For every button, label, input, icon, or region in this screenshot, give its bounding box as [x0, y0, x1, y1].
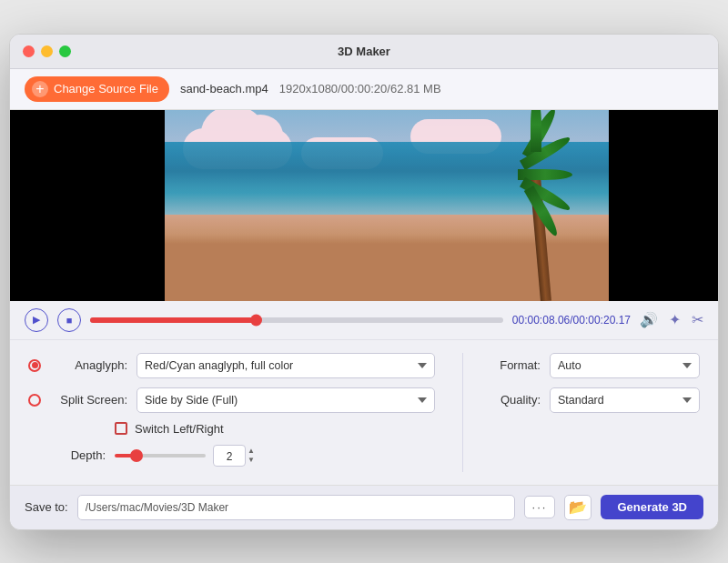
depth-row: Depth: 2 ▲ ▼ — [28, 445, 435, 467]
palm-leaves — [509, 142, 581, 196]
split-screen-row: Split Screen: Side by Side (Full) Side b… — [28, 387, 435, 413]
progress-bar[interactable] — [90, 317, 503, 323]
app-window: 3D Maker + Change Source File sand-beach… — [9, 34, 719, 530]
quality-select[interactable]: Standard High Low — [550, 387, 700, 413]
folder-button[interactable]: 📂 — [564, 495, 592, 520]
save-path-input[interactable] — [77, 495, 515, 520]
window-title: 3D Maker — [338, 45, 390, 58]
depth-label: Depth: — [28, 448, 106, 462]
leaf-6 — [531, 110, 541, 152]
video-black-left — [10, 110, 165, 301]
sparkle-icon[interactable]: ✦ — [669, 311, 681, 328]
anaglyph-select[interactable]: Red/Cyan anaglyph, full color Red/Cyan a… — [136, 353, 435, 378]
save-bar: Save to: ··· 📂 Generate 3D — [10, 485, 718, 529]
anaglyph-label: Anaglyph: — [50, 358, 127, 372]
video-preview — [10, 110, 718, 301]
progress-fill — [90, 317, 256, 323]
quality-row: Quality: Standard High Low — [490, 387, 700, 413]
source-filename: sand-beach.mp4 — [180, 82, 268, 96]
time-display: 00:00:08.06/00:00:20.17 — [512, 314, 631, 327]
save-label: Save to: — [25, 500, 68, 514]
settings-panel: Anaglyph: Red/Cyan anaglyph, full color … — [10, 340, 718, 485]
split-screen-radio[interactable] — [28, 394, 41, 407]
split-screen-select[interactable]: Side by Side (Full) Side by Side (Half) … — [136, 387, 435, 413]
stop-icon: ■ — [66, 315, 73, 326]
radio-dot-inner — [32, 362, 38, 368]
stop-button[interactable]: ■ — [57, 308, 81, 332]
depth-value-box: 2 ▲ ▼ — [213, 445, 255, 467]
close-button[interactable] — [23, 45, 35, 57]
settings-left: Anaglyph: Red/Cyan anaglyph, full color … — [28, 353, 435, 472]
more-button[interactable]: ··· — [524, 496, 556, 518]
anaglyph-radio[interactable] — [28, 359, 41, 372]
scissors-icon[interactable]: ✂ — [692, 311, 703, 328]
switch-checkbox[interactable] — [115, 422, 127, 435]
settings-divider — [462, 353, 463, 472]
generate-button[interactable]: Generate 3D — [601, 495, 703, 519]
change-source-button[interactable]: + Change Source File — [25, 76, 169, 102]
playback-bar: ▶ ■ 00:00:08.06/00:00:20.17 🔊 ✦ ✂ — [10, 301, 718, 340]
settings-right: Format: Auto MP4 MKV Quality: Standard H… — [490, 353, 700, 472]
time-current: 00:00:08.06 — [512, 314, 570, 327]
switch-label: Switch Left/Right — [135, 422, 224, 436]
source-bar: + Change Source File sand-beach.mp4 1920… — [10, 69, 718, 110]
video-center — [165, 110, 609, 301]
palm-tree — [509, 137, 581, 301]
anaglyph-row: Anaglyph: Red/Cyan anaglyph, full color … — [28, 353, 435, 378]
volume-icon[interactable]: 🔊 — [640, 311, 658, 328]
arrow-up: ▲ — [248, 447, 255, 455]
switch-row: Switch Left/Right — [28, 422, 435, 436]
video-black-right — [609, 110, 718, 301]
plus-icon: + — [32, 81, 48, 97]
depth-slider[interactable] — [115, 454, 206, 457]
traffic-lights — [23, 45, 71, 57]
beach-scene — [165, 110, 609, 301]
progress-thumb — [250, 314, 262, 326]
depth-arrow[interactable]: ▲ ▼ — [248, 447, 255, 464]
format-label: Format: — [490, 358, 541, 372]
titlebar: 3D Maker — [10, 35, 718, 69]
maximize-button[interactable] — [59, 45, 71, 57]
quality-label: Quality: — [490, 393, 541, 407]
folder-icon: 📂 — [569, 498, 587, 516]
play-button[interactable]: ▶ — [25, 308, 48, 332]
depth-value: 2 — [213, 445, 246, 467]
minimize-button[interactable] — [41, 45, 53, 57]
time-total: 00:00:20.17 — [573, 314, 631, 327]
toolbar-icons: 🔊 ✦ ✂ — [640, 311, 703, 328]
arrow-down: ▼ — [248, 456, 255, 464]
depth-slider-container: 2 ▲ ▼ — [115, 445, 255, 467]
play-icon: ▶ — [33, 314, 40, 326]
format-row: Format: Auto MP4 MKV — [490, 353, 700, 378]
source-info: 1920x1080/00:00:20/62.81 MB — [279, 82, 441, 96]
change-source-label: Change Source File — [54, 82, 158, 96]
split-screen-label: Split Screen: — [50, 393, 127, 407]
format-select[interactable]: Auto MP4 MKV — [550, 353, 700, 378]
